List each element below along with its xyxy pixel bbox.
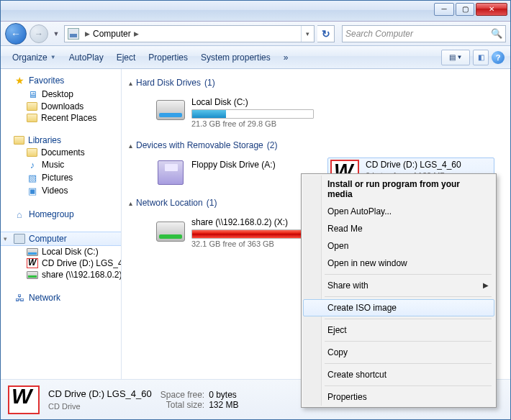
homegroup-icon: ⌂ [14, 209, 25, 220]
section-count: (1) [204, 78, 215, 88]
collapse-icon: ▴ [129, 199, 132, 207]
hard-disk-icon [155, 97, 186, 123]
chevron-down-icon: ▼ [457, 54, 463, 60]
section-head-removable[interactable]: ▴ Devices with Removable Storage (2) [129, 136, 503, 155]
toolbar-overflow[interactable]: » [278, 50, 294, 65]
capacity-bar [191, 229, 314, 239]
pictures-icon: ▧ [27, 172, 38, 183]
tree-item-local-disk[interactable]: Local Disk (C:) [1, 246, 121, 257]
tree-favorites[interactable]: ★ Favorites [1, 73, 121, 88]
ctx-readme[interactable]: Read Me [303, 220, 494, 237]
network-icon: 🖧 [14, 292, 25, 303]
system-properties-button[interactable]: System properties [195, 50, 276, 65]
section-count: (1) [207, 198, 217, 208]
command-bar: Organize▼ AutoPlay Eject Properties Syst… [1, 46, 510, 69]
eject-button[interactable]: Eject [111, 50, 142, 65]
collapse-icon: ▴ [129, 142, 132, 150]
ctx-open-new-window[interactable]: Open in new window [303, 255, 494, 272]
help-button[interactable]: ? [492, 51, 505, 64]
preview-pane-button[interactable]: ◧ [473, 50, 489, 65]
history-dropdown[interactable]: ▼ [51, 24, 61, 44]
tree-item-cd-drive[interactable]: CD Drive (D:) LGS_4_60 [1, 257, 121, 269]
submenu-arrow-icon: ▶ [483, 281, 489, 289]
tree-item-recent[interactable]: Recent Places [1, 112, 121, 124]
ctx-open-autoplay[interactable]: Open AutoPlay... [303, 203, 494, 220]
tree-item-videos[interactable]: ▣Videos [1, 184, 121, 197]
navigation-pane: ★ Favorites 🖥Desktop Downloads Recent Pl… [1, 69, 122, 379]
folder-icon [27, 102, 37, 111]
maximize-button[interactable]: ▢ [456, 3, 474, 16]
drive-floppy[interactable]: Floppy Disk Drive (A:) [153, 158, 320, 188]
ctx-create-shortcut[interactable]: Create shortcut [303, 366, 494, 383]
section-title: Devices with Removable Storage [136, 140, 263, 150]
space-free-label: Space free: [160, 390, 204, 400]
computer-icon [68, 28, 79, 40]
drive-label: share (\\192.168.0.2) (X:) [191, 217, 318, 229]
forward-button[interactable]: → [30, 24, 48, 43]
navigation-bar: ← → ▼ ▶ Computer ▶ ▾ ↻ Search Computer 🔍 [1, 22, 510, 46]
drive-share[interactable]: share (\\192.168.0.2) (X:) 32.1 GB free … [153, 215, 320, 250]
ctx-separator [325, 319, 492, 319]
drive-label: Floppy Disk Drive (A:) [191, 160, 318, 171]
tree-item-share[interactable]: share (\\192.168.0.2) [1, 269, 121, 280]
search-input[interactable]: Search Computer 🔍 [342, 25, 506, 42]
close-button[interactable]: ✕ [476, 3, 507, 16]
ctx-create-iso[interactable]: Create ISO image [303, 299, 494, 316]
details-icon [8, 385, 40, 414]
autoplay-button[interactable]: AutoPlay [63, 50, 109, 65]
total-size-label: Total size: [160, 400, 204, 410]
drive-free-text: 32.1 GB free of 363 GB [191, 239, 318, 248]
music-icon: ♪ [27, 159, 38, 170]
drive-local-disk[interactable]: Local Disk (C:) 21.3 GB free of 29.8 GB [153, 95, 320, 130]
floppy-icon [155, 160, 186, 186]
view-options-button[interactable]: ▤ ▼ [441, 50, 470, 65]
section-head-hdd[interactable]: ▴ Hard Disk Drives (1) [129, 73, 503, 92]
breadcrumb-sep-icon[interactable]: ▶ [131, 30, 142, 37]
tree-libraries[interactable]: Libraries [1, 134, 121, 147]
tree-label: Favorites [29, 76, 64, 86]
drive-label: Local Disk (C:) [191, 97, 318, 109]
tree-item-pictures[interactable]: ▧Pictures [1, 171, 121, 184]
tree-label: Homegroup [29, 209, 74, 219]
ctx-separator [325, 385, 492, 386]
refresh-button[interactable]: ↻ [317, 25, 335, 42]
ctx-separator [325, 274, 492, 275]
tree-item-documents[interactable]: Documents [1, 147, 121, 158]
computer-icon [14, 234, 25, 244]
breadcrumb-computer[interactable]: Computer [93, 29, 131, 39]
titlebar: ─ ▢ ✕ [1, 1, 510, 22]
ctx-install-run[interactable]: Install or run program from your media [303, 175, 494, 203]
organize-menu[interactable]: Organize▼ [6, 50, 62, 65]
address-bar[interactable]: ▶ Computer ▶ ▾ [64, 25, 315, 42]
section-count: (2) [267, 140, 278, 150]
tree-network[interactable]: 🖧 Network [1, 291, 121, 305]
ctx-eject[interactable]: Eject [303, 321, 494, 339]
section-title: Network Location [136, 198, 203, 208]
search-icon[interactable]: 🔍 [491, 28, 502, 39]
capacity-bar [191, 109, 314, 119]
network-disk-icon [27, 271, 38, 279]
tree-item-downloads[interactable]: Downloads [1, 101, 121, 112]
back-button[interactable]: ← [5, 23, 27, 45]
disk-icon [27, 248, 38, 256]
space-free-value: 0 bytes [209, 390, 238, 400]
ctx-copy[interactable]: Copy [303, 344, 494, 361]
tree-label: Network [29, 293, 60, 303]
tree-item-desktop[interactable]: 🖥Desktop [1, 88, 121, 101]
tree-homegroup[interactable]: ⌂ Homegroup [1, 207, 121, 222]
address-dropdown[interactable]: ▾ [301, 26, 314, 42]
ctx-open[interactable]: Open [303, 237, 494, 255]
minimize-button[interactable]: ─ [434, 3, 454, 16]
favorites-icon: ★ [14, 75, 25, 86]
folder-icon [27, 114, 37, 122]
expand-icon[interactable]: ▾ [4, 235, 10, 242]
cd-icon [27, 258, 38, 268]
ctx-separator [325, 341, 492, 342]
section-title: Hard Disk Drives [136, 78, 201, 88]
ctx-share-with[interactable]: Share with▶ [303, 277, 494, 294]
ctx-properties[interactable]: Properties [303, 388, 494, 406]
desktop-icon: 🖥 [27, 88, 38, 100]
properties-button[interactable]: Properties [143, 50, 194, 65]
tree-item-music[interactable]: ♪Music [1, 158, 121, 171]
tree-computer[interactable]: ▾ Computer [1, 232, 121, 246]
